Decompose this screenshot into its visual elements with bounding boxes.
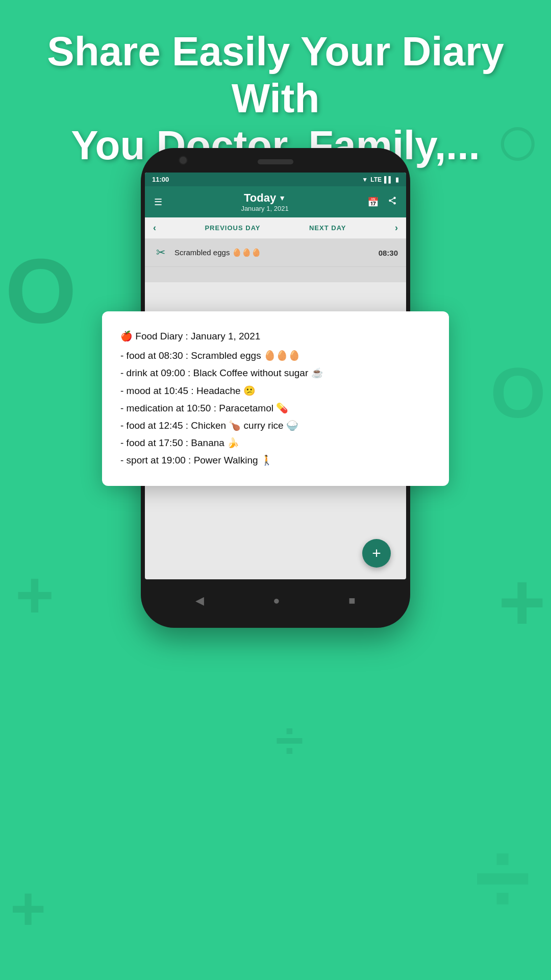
svg-line-4 bbox=[391, 199, 393, 200]
recent-button[interactable]: ■ bbox=[348, 594, 355, 607]
share-card: 🍎 Food Diary : January 1, 2021 - food at… bbox=[102, 311, 449, 486]
share-card-line-5: - medication at 10:50 : Paracetamol 💊 bbox=[120, 400, 431, 417]
svg-point-0 bbox=[393, 197, 396, 200]
phone-speaker bbox=[258, 159, 293, 164]
food-icon-1: ✂ bbox=[153, 246, 168, 259]
plus-icon: + bbox=[372, 545, 381, 562]
share-card-line-3: - drink at 09:00 : Black Coffee without … bbox=[120, 364, 431, 382]
signal-bars-icon: ▌▌ bbox=[384, 176, 393, 183]
wifi-icon: ▼ bbox=[362, 176, 368, 183]
share-card-line-8: - sport at 19:00 : Power Walking 🚶 bbox=[120, 452, 431, 469]
calendar-icon[interactable]: 📅 bbox=[365, 194, 381, 210]
prev-day-label[interactable]: PREVIOUS DAY bbox=[205, 224, 260, 232]
spacer bbox=[145, 267, 406, 282]
svg-point-2 bbox=[393, 202, 396, 205]
status-time: 11:00 bbox=[152, 176, 169, 183]
header-date: January 1, 2021 bbox=[169, 205, 360, 212]
header-title-text: Today ▼ bbox=[169, 191, 360, 205]
next-day-label[interactable]: NEXT DAY bbox=[309, 224, 346, 232]
header-title: Today ▼ January 1, 2021 bbox=[169, 191, 360, 212]
share-card-line-7: - food at 17:50 : Banana 🍌 bbox=[120, 434, 431, 452]
back-button[interactable]: ◀ bbox=[195, 594, 204, 607]
diary-entry-1[interactable]: ✂ Scrambled eggs 🥚🥚🥚 08:30 bbox=[145, 239, 406, 267]
prev-arrow[interactable]: ‹ bbox=[153, 223, 156, 233]
share-card-line-1: 🍎 Food Diary : January 1, 2021 bbox=[120, 328, 431, 345]
svg-point-1 bbox=[389, 200, 391, 202]
share-icon[interactable] bbox=[386, 194, 399, 210]
battery-icon: ▮ bbox=[395, 176, 399, 183]
day-navigation[interactable]: ‹ PREVIOUS DAY NEXT DAY › bbox=[145, 217, 406, 239]
dropdown-icon[interactable]: ▼ bbox=[279, 194, 286, 202]
entry-name-1: Scrambled eggs 🥚🥚🥚 bbox=[174, 248, 372, 257]
share-card-line-6: - food at 12:45 : Chicken 🍗 curry rice 🍚 bbox=[120, 417, 431, 434]
home-button[interactable]: ● bbox=[273, 594, 280, 607]
phone-camera bbox=[179, 156, 188, 165]
entry-time-1: 08:30 bbox=[379, 249, 398, 257]
status-icons: ▼ LTE ▌▌ ▮ bbox=[362, 176, 399, 183]
next-arrow[interactable]: › bbox=[395, 223, 398, 233]
app-header: ☰ Today ▼ January 1, 2021 📅 bbox=[145, 186, 406, 217]
phone-navigation-bar: ◀ ● ■ bbox=[141, 579, 410, 622]
menu-icon[interactable]: ☰ bbox=[152, 194, 164, 210]
status-bar: 11:00 ▼ LTE ▌▌ ▮ bbox=[145, 173, 406, 186]
share-card-line-2: - food at 08:30 : Scrambled eggs 🥚🥚🥚 bbox=[120, 347, 431, 364]
signal-label: LTE bbox=[370, 176, 382, 183]
add-entry-button[interactable]: + bbox=[362, 539, 391, 568]
svg-line-3 bbox=[391, 201, 393, 203]
share-card-line-4: - mood at 10:45 : Headache 😕 bbox=[120, 382, 431, 400]
today-label: Today bbox=[244, 191, 276, 205]
